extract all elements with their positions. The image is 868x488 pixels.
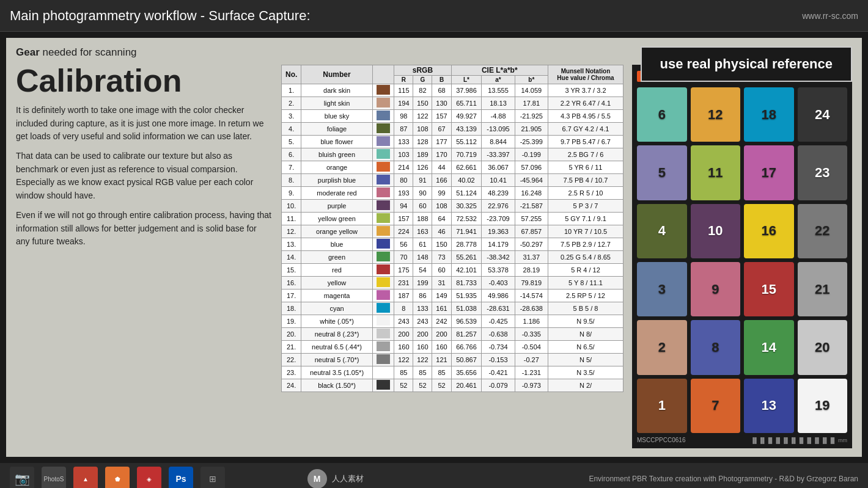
- col-b: B: [432, 76, 451, 84]
- bottom-center-text: 人人素材: [332, 473, 364, 484]
- color-table-body: 1.dark skin115826837.98613.55514.0593 YR…: [282, 84, 623, 392]
- color-swatch: [377, 341, 390, 351]
- table-row: 7.orange2141264462.66136.06757.0965 YR 6…: [282, 161, 623, 174]
- color-swatch: [377, 354, 390, 364]
- col-a: a*: [482, 76, 515, 84]
- checker-cell: 21: [798, 262, 848, 316]
- col-r: R: [394, 76, 413, 84]
- col-cel: CIE L*a*b*: [451, 65, 548, 76]
- gear-rest: needed for scanning: [40, 46, 137, 58]
- physical-ref-box: use real physical reference: [641, 46, 853, 82]
- color-swatch: [377, 380, 390, 390]
- table-row: 16.yellow2311993181.733-0.40379.8195 Y 8…: [282, 277, 623, 290]
- camera-icon: 📷: [10, 467, 34, 488]
- gear-bold: Gear: [16, 46, 40, 58]
- table-row: 10.purple946010830.32522.976-21.5875 P 3…: [282, 200, 623, 213]
- color-swatch: [377, 226, 390, 236]
- calibration-para-3: Even if we will not go through entire ca…: [16, 209, 273, 249]
- color-swatch: [377, 188, 390, 197]
- color-swatch: [377, 85, 390, 95]
- ps-icon: Ps: [169, 467, 193, 488]
- icon5: ◈: [137, 467, 161, 488]
- icon4: ⬟: [105, 467, 130, 488]
- col-b-star: b*: [515, 76, 548, 84]
- checker-cell: 1: [637, 379, 687, 433]
- checker-cell: 12: [691, 87, 741, 142]
- checker-cell: 14: [744, 320, 794, 374]
- table-row: 8.purplish blue809116640.0210.41-45.9647…: [282, 174, 623, 187]
- bottom-center-logo: M 人人素材: [232, 469, 438, 488]
- calibration-body: It is definitely worth to take one image…: [16, 104, 273, 249]
- color-swatch: [377, 264, 390, 274]
- color-swatch: [377, 213, 390, 223]
- checker-cell: 24: [798, 87, 848, 142]
- checker-cell: 4: [637, 204, 687, 258]
- color-swatch: [377, 303, 390, 313]
- checker-cell: 23: [798, 145, 848, 200]
- checker-cell: 18: [744, 87, 794, 142]
- table-row: 14.green701487355.261-38.34231.370.25 G …: [282, 251, 623, 264]
- checker-cell: 11: [691, 145, 741, 200]
- table-row: 21.neutral 6.5 (.44*)16016016066.766-0.7…: [282, 341, 623, 354]
- color-swatch: [377, 329, 390, 338]
- table-section: No. Number sRGB CIE L*a*b* Munsell Notat…: [281, 65, 623, 448]
- checker-cell: 20: [798, 320, 848, 374]
- color-swatch: [377, 252, 390, 261]
- checker-cell: 19: [798, 379, 848, 433]
- table-row: 6.bluish green10318917070.719-33.397-0.1…: [282, 148, 623, 161]
- checker-cell: 10: [691, 204, 741, 258]
- table-row: 18.cyan813316151.038-28.631-28.6385 B 5 …: [282, 302, 623, 315]
- color-swatch: [377, 175, 390, 184]
- table-row: 19.white (.05*)24324324296.539-0.4251.18…: [282, 315, 623, 328]
- checker-cell: 3: [637, 262, 687, 316]
- color-swatch: [377, 367, 390, 377]
- body-section: Calibration It is definitely worth to ta…: [16, 65, 852, 448]
- table-row: 13.blue566115028.77814.179-50.2977.5 PB …: [282, 238, 623, 251]
- left-text: Calibration It is definitely worth to ta…: [16, 65, 273, 448]
- table-row: 22.neutral 5 (.70*)12212212150.867-0.153…: [282, 354, 623, 366]
- color-swatch: [377, 149, 390, 159]
- col-l: L*: [451, 76, 482, 84]
- color-swatch: [377, 277, 390, 287]
- color-swatch: [377, 290, 390, 300]
- checker-ruler: ▐▌▐▌▐▌▐▌▐▌▐▌▐▌▐▌▐▌▐▌▐▌ mm: [751, 437, 847, 443]
- table-row: 4.foliage871086743.139-13.09521.9056.7 G…: [282, 123, 623, 136]
- checker-cell: 8: [691, 320, 741, 374]
- checker-cell: 13: [744, 379, 794, 433]
- table-row: 24.black (1.50*)52525220.461-0.079-0.973…: [282, 379, 623, 392]
- bottom-bar: 📷 PhotoS ▲ ⬟ ◈ Ps ⊞ M 人人素材 Environment P…: [0, 463, 868, 488]
- circle-m-logo: M: [307, 469, 327, 488]
- checker-cell: 5: [637, 145, 687, 200]
- color-swatch: [377, 239, 390, 249]
- color-swatch: [377, 123, 390, 133]
- checker-cell: 17: [744, 145, 794, 200]
- col-srgb: sRGB: [394, 65, 451, 76]
- checker-footer: MSCCPPCC0616 ▐▌▐▌▐▌▐▌▐▌▐▌▐▌▐▌▐▌▐▌▐▌ mm: [637, 437, 847, 443]
- checker-cell: 15: [744, 262, 794, 316]
- checker-grid: 612182451117234101622391521281420171319: [637, 87, 847, 433]
- color-swatch: [377, 111, 390, 120]
- product-code: MSCCPPCC0616: [637, 437, 685, 443]
- table-row: 23.neutral 3.5 (1.05*)85858535.656-0.421…: [282, 366, 623, 379]
- color-swatch: [377, 98, 390, 107]
- table-row: 11.yellow green1571886472.532-23.70957.2…: [282, 213, 623, 225]
- photoscan-icon: PhotoS: [42, 467, 66, 488]
- color-swatch: [377, 162, 390, 172]
- color-swatch: [377, 136, 390, 146]
- table-row: 17.magenta1878614951.93549.986-14.5742.5…: [282, 290, 623, 302]
- checker-cell: 2: [637, 320, 687, 374]
- calibration-para-2: That data can be used to calibrate our t…: [16, 150, 273, 203]
- table-row: 1.dark skin115826837.98613.55514.0593 YR…: [282, 84, 623, 97]
- main-content: Gear needed for scanning use real physic…: [6, 38, 862, 457]
- col-g: G: [413, 76, 432, 84]
- col-swatch: [372, 65, 394, 84]
- checker-cell: 16: [744, 204, 794, 258]
- table-row: 3.blue sky9812215749.927-4.88-21.9254.3 …: [282, 110, 623, 123]
- calibration-title: Calibration: [16, 65, 273, 97]
- top-watermark: www.rr-sc.com: [802, 11, 858, 21]
- col-munsell: Munsell NotationHue value / Chroma: [548, 65, 623, 84]
- color-swatch: [377, 316, 390, 326]
- checker-cell: 22: [798, 204, 848, 258]
- color-table: No. Number sRGB CIE L*a*b* Munsell Notat…: [281, 65, 623, 392]
- bottom-text: Environment PBR Texture creation with Ph…: [446, 475, 858, 483]
